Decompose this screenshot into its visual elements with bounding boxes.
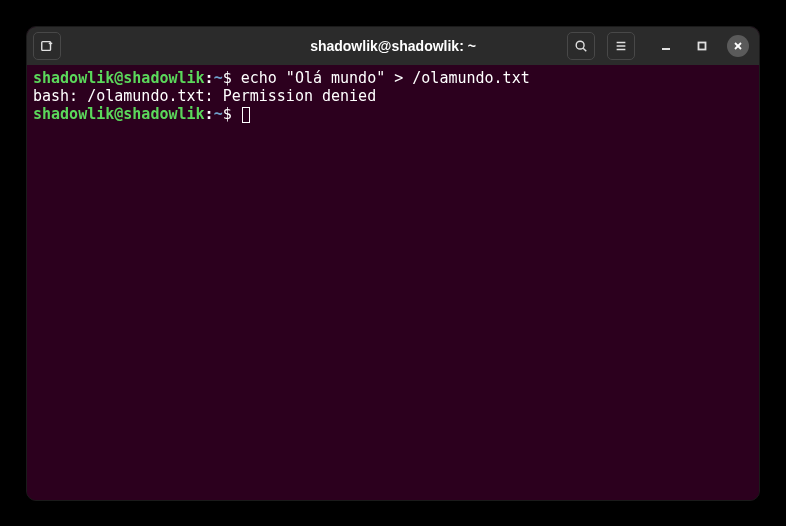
close-button[interactable] — [727, 35, 749, 57]
maximize-icon — [697, 41, 707, 51]
window-controls — [655, 35, 749, 57]
hamburger-icon — [614, 39, 628, 53]
titlebar-left — [33, 32, 61, 60]
svg-point-3 — [576, 41, 584, 49]
minimize-icon — [661, 41, 671, 51]
new-tab-icon — [40, 39, 54, 53]
maximize-button[interactable] — [691, 35, 713, 57]
titlebar-right — [567, 32, 753, 60]
prompt-path: ~ — [214, 105, 223, 123]
terminal-body[interactable]: shadowlik@shadowlik:~$ echo "Olá mundo" … — [27, 65, 759, 500]
prompt-user-host: shadowlik@shadowlik — [33, 105, 205, 123]
terminal-line-1: shadowlik@shadowlik:~$ echo "Olá mundo" … — [33, 69, 753, 87]
close-icon — [733, 41, 743, 51]
titlebar[interactable]: shadowlik@shadowlik: ~ — [27, 27, 759, 65]
prompt-symbol: $ — [223, 69, 232, 87]
terminal-line-2: bash: /olamundo.txt: Permission denied — [33, 87, 753, 105]
terminal-window: shadowlik@shadowlik: ~ — [26, 26, 760, 501]
svg-rect-9 — [699, 42, 706, 49]
command-text: echo "Olá mundo" > /olamundo.txt — [232, 69, 530, 87]
prompt-path: ~ — [214, 69, 223, 87]
search-button[interactable] — [567, 32, 595, 60]
command-text — [232, 105, 241, 123]
terminal-line-3: shadowlik@shadowlik:~$ — [33, 105, 753, 123]
svg-line-4 — [583, 48, 586, 51]
search-icon — [574, 39, 588, 53]
menu-button[interactable] — [607, 32, 635, 60]
new-tab-button[interactable] — [33, 32, 61, 60]
prompt-symbol: $ — [223, 105, 232, 123]
cursor — [242, 107, 250, 123]
prompt-colon: : — [205, 69, 214, 87]
minimize-button[interactable] — [655, 35, 677, 57]
prompt-user-host: shadowlik@shadowlik — [33, 69, 205, 87]
prompt-colon: : — [205, 105, 214, 123]
